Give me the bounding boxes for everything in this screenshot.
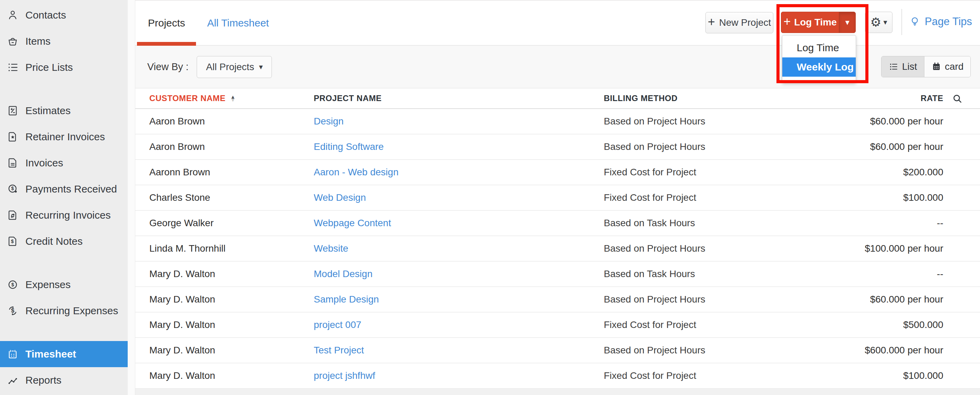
sidebar-item-retainer-invoices[interactable]: Retainer Invoices	[0, 124, 128, 150]
sidebar-item-label: Recurring Invoices	[25, 209, 111, 221]
sidebar-item-label: Estimates	[25, 105, 71, 117]
list-view-button[interactable]: List	[881, 56, 924, 77]
tab-all-timesheet[interactable]: All Timesheet	[196, 1, 280, 45]
project-link[interactable]: Web Design	[314, 192, 366, 203]
search-icon[interactable]	[952, 93, 963, 104]
sidebar-item-timesheet[interactable]: Timesheet	[0, 341, 128, 367]
log-time-dropdown-menu: Log TimeWeekly Log	[782, 35, 856, 83]
sidebar-scrollbar-gutter[interactable]	[128, 0, 135, 395]
cell-customer-name: Charles Stone	[149, 192, 314, 203]
cell-billing-method: Based on Project Hours	[604, 243, 840, 254]
project-link[interactable]: Test Project	[314, 345, 364, 355]
sidebar-item-price-lists[interactable]: Price Lists	[0, 54, 128, 80]
svg-text:$: $	[11, 186, 14, 191]
table-row[interactable]: Aaron BrownDesignBased on Project Hours$…	[135, 109, 980, 134]
table-row[interactable]: Mary D. WaltonTest ProjectBased on Proje…	[135, 338, 980, 363]
lightbulb-icon	[909, 16, 921, 27]
sidebar-item-payments-received[interactable]: $Payments Received	[0, 176, 128, 202]
sidebar-item-label: Expenses	[25, 279, 71, 291]
column-project-name[interactable]: PROJECT NAME	[314, 93, 604, 103]
cell-customer-name: Mary D. Walton	[149, 294, 314, 305]
project-link[interactable]: Sample Design	[314, 294, 379, 305]
sidebar-item-estimates[interactable]: Estimates	[0, 98, 128, 124]
project-link[interactable]: project jshfhwf	[314, 370, 375, 381]
project-link[interactable]: Aaron - Web design	[314, 167, 399, 178]
basket-icon	[7, 35, 19, 47]
table-header: CUSTOMER NAME ▲▼ PROJECT NAME BILLING ME…	[135, 88, 980, 109]
recurring-expense-icon: $	[7, 305, 19, 317]
cell-project-name: Sample Design	[314, 294, 604, 305]
cell-project-name: project 007	[314, 319, 604, 330]
cell-customer-name: Mary D. Walton	[149, 319, 314, 330]
reports-icon	[7, 374, 19, 386]
project-link[interactable]: Model Design	[314, 269, 372, 279]
cell-billing-method: Based on Project Hours	[604, 345, 840, 356]
table-row[interactable]: George WalkerWebpage ContentBased on Tas…	[135, 211, 980, 236]
plus-icon: +	[708, 16, 715, 28]
caret-down-icon: ▾	[883, 18, 887, 27]
table-row[interactable]: Mary D. Waltonproject jshfhwfFixed Cost …	[135, 363, 980, 389]
table-row[interactable]: Aaron BrownEditing SoftwareBased on Proj…	[135, 134, 980, 160]
cell-rate: $600.000 per hour	[840, 345, 943, 356]
cell-rate: $60.000 per hour	[840, 294, 943, 305]
project-link[interactable]: Webpage Content	[314, 217, 391, 228]
sidebar-item-contacts[interactable]: Contacts	[0, 2, 128, 28]
cell-rate: $500.000	[840, 319, 943, 330]
credit-note-icon: $	[7, 235, 19, 247]
view-mode-toggle: List card	[881, 56, 971, 77]
sidebar-item-credit-notes[interactable]: $Credit Notes	[0, 228, 128, 254]
svg-text:$: $	[11, 307, 14, 314]
cell-customer-name: Linda M. Thornhill	[149, 243, 314, 254]
gear-icon: ⚙	[870, 16, 881, 29]
menu-item-weekly-log[interactable]: Weekly Log	[782, 58, 856, 77]
cell-rate: $60.000 per hour	[840, 141, 943, 152]
sidebar-item-label: Contacts	[25, 9, 66, 21]
table-row[interactable]: Mary D. WaltonModel DesignBased on Task …	[135, 262, 980, 287]
project-link[interactable]: project 007	[314, 319, 361, 330]
cell-project-name: Webpage Content	[314, 217, 604, 229]
cell-project-name: Website	[314, 243, 604, 254]
view-by-select[interactable]: All Projects ▾	[197, 56, 272, 78]
table-body: Aaron BrownDesignBased on Project Hours$…	[135, 109, 980, 389]
log-time-button[interactable]: + Log Time	[781, 12, 839, 33]
log-time-caret-button[interactable]: ▾	[839, 12, 855, 33]
column-billing-method[interactable]: BILLING METHOD	[604, 93, 840, 103]
view-by-value: All Projects	[206, 62, 254, 72]
project-link[interactable]: Design	[314, 116, 344, 126]
sidebar-item-invoices[interactable]: Invoices	[0, 150, 128, 176]
tab-projects[interactable]: Projects	[137, 1, 196, 45]
card-view-button[interactable]: card	[924, 56, 970, 77]
page-tips-button[interactable]: Page Tips	[909, 11, 972, 32]
sidebar-item-items[interactable]: Items	[0, 28, 128, 54]
sidebar-item-recurring-invoices[interactable]: Recurring Invoices	[0, 202, 128, 228]
table-row[interactable]: Aaronn BrownAaron - Web designFixed Cost…	[135, 160, 980, 185]
sidebar-item-recurring-expenses[interactable]: $Recurring Expenses	[0, 298, 128, 324]
sidebar-item-expenses[interactable]: $Expenses	[0, 272, 128, 298]
cell-rate: --	[840, 269, 943, 280]
cell-rate: $60.000 per hour	[840, 116, 943, 127]
project-link[interactable]: Editing Software	[314, 141, 384, 152]
sort-icon[interactable]: ▲▼	[230, 95, 235, 101]
cell-rate: $100.000	[840, 370, 943, 381]
cell-rate: $200.000	[840, 167, 943, 178]
cell-project-name: Editing Software	[314, 141, 604, 152]
expense-icon: $	[7, 279, 19, 291]
column-customer-name[interactable]: CUSTOMER NAME	[149, 93, 226, 103]
table-row[interactable]: Charles StoneWeb DesignFixed Cost for Pr…	[135, 185, 980, 211]
timesheet-icon	[7, 348, 19, 360]
table-row[interactable]: Mary D. Waltonproject 007Fixed Cost for …	[135, 312, 980, 338]
sidebar-group-gap	[0, 324, 128, 341]
plus-icon: +	[784, 16, 791, 28]
column-rate[interactable]: RATE	[840, 93, 943, 103]
settings-button[interactable]: ⚙ ▾	[865, 12, 892, 33]
cell-rate: $100.000 per hour	[840, 243, 943, 254]
log-time-split-button[interactable]: + Log Time ▾	[781, 12, 856, 33]
menu-item-log-time[interactable]: Log Time	[782, 38, 856, 58]
cell-customer-name: Aaron Brown	[149, 141, 314, 152]
project-link[interactable]: Website	[314, 243, 348, 254]
recurring-invoice-icon	[7, 209, 19, 221]
sidebar-item-reports[interactable]: Reports	[0, 367, 128, 393]
table-row[interactable]: Mary D. WaltonSample DesignBased on Proj…	[135, 287, 980, 312]
new-project-button[interactable]: + New Project	[705, 12, 773, 34]
table-row[interactable]: Linda M. ThornhillWebsiteBased on Projec…	[135, 236, 980, 262]
